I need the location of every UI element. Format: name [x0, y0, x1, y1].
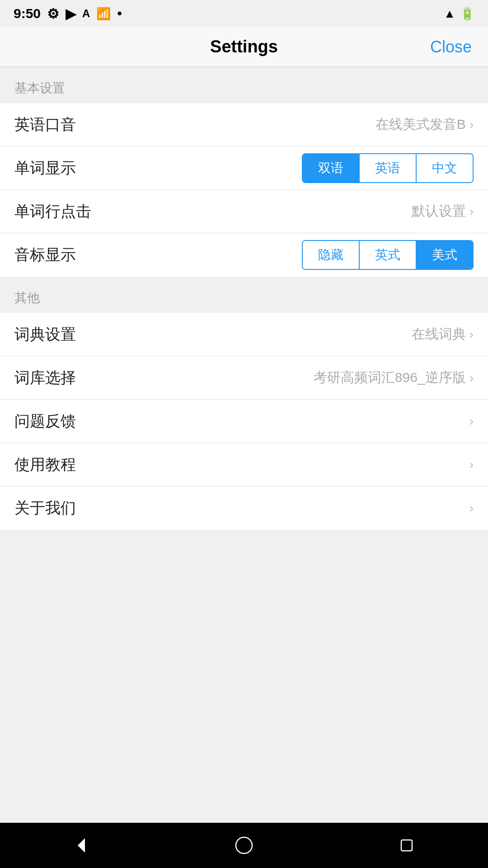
status-right: ▲ 🔋	[444, 7, 474, 21]
seg-chinese[interactable]: 中文	[416, 154, 473, 182]
row-about-label: 关于我们	[14, 498, 76, 519]
row-word-click-label: 单词行点击	[14, 201, 91, 222]
basic-settings-list: 英语口音 在线美式发音B › 单词显示 双语 英语 中文 单词行点击 默认设置 …	[0, 103, 488, 277]
svg-rect-2	[401, 840, 412, 851]
row-accent-value: 在线美式发音B ›	[375, 115, 474, 134]
chevron-icon: ›	[469, 501, 474, 515]
row-word-click[interactable]: 单词行点击 默认设置 ›	[0, 190, 488, 233]
nav-bar	[0, 823, 488, 868]
gear-icon: ⚙	[47, 6, 59, 22]
phonetic-segmented: 隐藏 英式 美式	[302, 240, 474, 270]
row-about-value: ›	[469, 501, 474, 515]
row-phonetic: 音标显示 隐藏 英式 美式	[0, 233, 488, 277]
row-about[interactable]: 关于我们 ›	[0, 486, 488, 530]
signal-icon: ▲	[444, 7, 455, 21]
chevron-icon: ›	[469, 414, 474, 429]
word-display-segmented: 双语 英语 中文	[302, 153, 474, 183]
seg-english[interactable]: 英语	[359, 154, 416, 182]
play-icon: ▶	[66, 6, 76, 22]
chevron-icon: ›	[469, 204, 474, 219]
row-feedback[interactable]: 问题反馈 ›	[0, 400, 488, 443]
chevron-icon: ›	[469, 327, 474, 342]
status-bar: 9:50 ⚙ ▶ A 📶 • ▲ 🔋	[0, 0, 488, 27]
font-icon: A	[82, 7, 90, 20]
row-wordlib[interactable]: 词库选择 考研高频词汇896_逆序版 ›	[0, 356, 488, 400]
other-settings-list: 词典设置 在线词典 › 词库选择 考研高频词汇896_逆序版 › 问题反馈 › …	[0, 313, 488, 530]
seg-british[interactable]: 英式	[359, 241, 416, 269]
row-accent[interactable]: 英语口音 在线美式发音B ›	[0, 103, 488, 146]
seg-hidden[interactable]: 隐藏	[303, 241, 359, 269]
row-accent-label: 英语口音	[14, 114, 76, 135]
back-button[interactable]	[63, 827, 99, 863]
row-feedback-label: 问题反馈	[14, 411, 76, 432]
battery-icon: 🔋	[460, 7, 474, 21]
row-word-display-label: 单词显示	[14, 158, 76, 179]
page-title: Settings	[210, 37, 278, 57]
row-dictionary-label: 词典设置	[14, 324, 76, 345]
svg-marker-0	[78, 838, 85, 853]
dot-icon: •	[117, 6, 122, 21]
row-tutorial[interactable]: 使用教程 ›	[0, 443, 488, 486]
row-wordlib-label: 词库选择	[14, 368, 76, 388]
row-phonetic-label: 音标显示	[14, 245, 76, 265]
row-dictionary-value: 在线词典 ›	[412, 325, 474, 344]
row-word-click-value: 默认设置 ›	[412, 202, 474, 221]
row-word-display: 单词显示 双语 英语 中文	[0, 146, 488, 190]
chevron-icon: ›	[469, 118, 474, 132]
section-basic-label: 基本设置	[0, 67, 488, 103]
home-button[interactable]	[226, 827, 262, 863]
row-dictionary[interactable]: 词典设置 在线词典 ›	[0, 313, 488, 356]
row-tutorial-value: ›	[469, 458, 474, 472]
seg-bilingual[interactable]: 双语	[303, 154, 359, 182]
status-time: 9:50	[14, 6, 41, 21]
svg-point-1	[236, 837, 252, 854]
row-tutorial-label: 使用教程	[14, 454, 76, 475]
section-other-label: 其他	[0, 277, 488, 313]
close-button[interactable]: Close	[430, 38, 472, 57]
row-feedback-value: ›	[469, 414, 474, 429]
header: Settings Close	[0, 27, 488, 67]
chevron-icon: ›	[469, 458, 474, 472]
wifi-icon: 📶	[96, 7, 111, 21]
recents-button[interactable]	[389, 827, 425, 863]
spacer	[0, 530, 488, 823]
seg-american[interactable]: 美式	[416, 241, 473, 269]
chevron-icon: ›	[469, 371, 474, 385]
row-wordlib-value: 考研高频词汇896_逆序版 ›	[314, 368, 474, 387]
